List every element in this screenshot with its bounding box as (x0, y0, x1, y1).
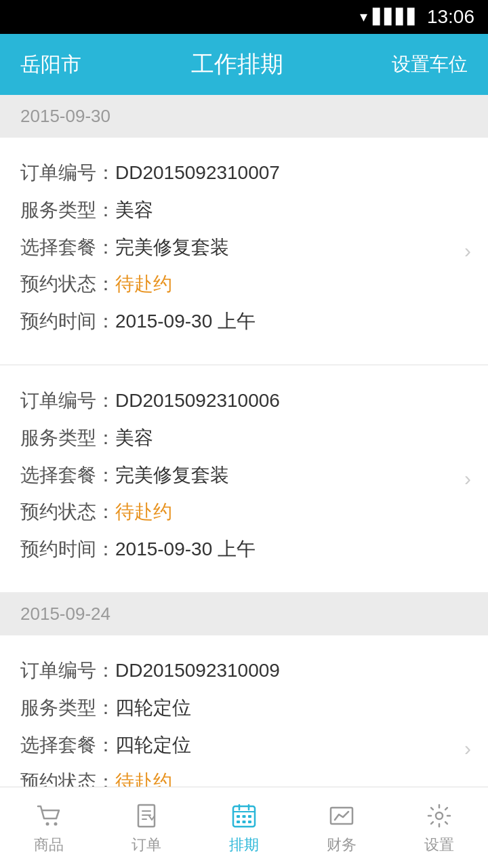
service-type-label-1: 服务类型： (20, 195, 115, 226)
settings-icon (424, 801, 454, 831)
order-id-row-3: 订单编号： DD2015092310009 (20, 656, 468, 686)
status-time: 13:06 (427, 6, 474, 28)
chevron-icon-1: › (464, 239, 471, 262)
service-type-value-2: 美容 (115, 423, 153, 454)
nav-label-schedule: 排期 (229, 835, 259, 855)
nav-item-order[interactable]: 订单 (98, 787, 195, 868)
nav-item-schedule[interactable]: 排期 (195, 787, 293, 868)
order-id-value-1: DD2015092310007 (115, 158, 280, 189)
order-card-1[interactable]: 订单编号： DD2015092310007 服务类型： 美容 选择套餐： 完美修… (0, 138, 488, 365)
status-icons: ▾ ▋▋▋▋ (360, 8, 419, 26)
wifi-icon: ▾ (360, 8, 367, 26)
time-value-2: 2015-09-30 上午 (115, 534, 256, 565)
nav-label-settings: 设置 (424, 835, 454, 855)
status-value-2: 待赴约 (115, 497, 172, 528)
chevron-icon-3: › (464, 737, 471, 760)
cart-icon (34, 801, 64, 831)
time-row-1: 预约时间： 2015-09-30 上午 (20, 307, 468, 337)
status-label-2: 预约状态： (20, 497, 115, 528)
service-type-row-1: 服务类型： 美容 (20, 195, 468, 226)
svg-point-17 (436, 812, 443, 819)
svg-rect-12 (248, 815, 251, 818)
svg-rect-11 (243, 815, 246, 818)
order-card-2[interactable]: 订单编号： DD2015092310006 服务类型： 美容 选择套餐： 完美修… (0, 366, 488, 593)
nav-item-goods[interactable]: 商品 (0, 787, 98, 868)
service-type-value-3: 四轮定位 (115, 693, 191, 724)
status-label-1: 预约状态： (20, 269, 115, 300)
nav-item-finance[interactable]: 财务 (293, 787, 390, 868)
order-icon (131, 801, 161, 831)
service-type-label-3: 服务类型： (20, 693, 115, 724)
svg-point-0 (46, 822, 49, 825)
package-label-2: 选择套餐： (20, 460, 115, 491)
nav-item-settings[interactable]: 设置 (390, 787, 488, 868)
package-label-3: 选择套餐： (20, 730, 115, 761)
order-id-row-2: 订单编号： DD2015092310006 (20, 386, 468, 416)
service-type-row-3: 服务类型： 四轮定位 (20, 693, 468, 724)
package-value-2: 完美修复套装 (115, 460, 229, 491)
nav-label-finance: 财务 (327, 835, 357, 855)
status-row-1: 预约状态： 待赴约 (20, 269, 468, 300)
order-id-value-2: DD2015092310006 (115, 386, 280, 416)
order-id-label-1: 订单编号： (20, 158, 115, 189)
package-label-1: 选择套餐： (20, 233, 115, 263)
time-label-2: 预约时间： (20, 534, 115, 565)
order-id-value-3: DD2015092310009 (115, 656, 280, 686)
content-area: 2015-09-30 订单编号： DD2015092310007 服务类型： 美… (0, 95, 488, 868)
package-row-1: 选择套餐： 完美修复套装 (20, 233, 468, 263)
svg-rect-10 (237, 815, 240, 818)
status-row-2: 预约状态： 待赴约 (20, 497, 468, 528)
svg-rect-13 (237, 821, 240, 823)
date-header-1: 2015-09-30 (0, 95, 488, 138)
time-row-2: 预约时间： 2015-09-30 上午 (20, 534, 468, 565)
nav-label-goods: 商品 (34, 835, 64, 855)
bottom-nav: 商品 订单 排期 财务 (0, 787, 488, 868)
date-header-2: 2015-09-24 (0, 593, 488, 635)
header-location[interactable]: 岳阳市 (20, 51, 102, 79)
time-label-1: 预约时间： (20, 307, 115, 337)
service-type-value-1: 美容 (115, 195, 153, 226)
status-value-1: 待赴约 (115, 269, 172, 300)
service-type-row-2: 服务类型： 美容 (20, 423, 468, 454)
schedule-icon (229, 801, 259, 831)
order-id-label-3: 订单编号： (20, 656, 115, 686)
signal-icon: ▋▋▋▋ (373, 8, 419, 26)
service-type-label-2: 服务类型： (20, 423, 115, 454)
status-bar: ▾ ▋▋▋▋ 13:06 (0, 0, 488, 34)
package-row-3: 选择套餐： 四轮定位 (20, 730, 468, 761)
package-value-1: 完美修复套装 (115, 233, 229, 263)
finance-icon (327, 801, 357, 831)
order-id-label-2: 订单编号： (20, 386, 115, 416)
time-value-1: 2015-09-30 上午 (115, 307, 256, 337)
package-value-3: 四轮定位 (115, 730, 191, 761)
svg-rect-15 (248, 821, 251, 823)
svg-rect-14 (243, 821, 246, 823)
header-title: 工作排期 (102, 49, 373, 80)
order-id-row-1: 订单编号： DD2015092310007 (20, 158, 468, 189)
header-action[interactable]: 设置车位 (373, 52, 468, 77)
svg-point-1 (54, 822, 58, 825)
chevron-icon-2: › (464, 467, 471, 490)
header: 岳阳市 工作排期 设置车位 (0, 34, 488, 95)
package-row-2: 选择套餐： 完美修复套装 (20, 460, 468, 491)
nav-label-order: 订单 (131, 835, 161, 855)
